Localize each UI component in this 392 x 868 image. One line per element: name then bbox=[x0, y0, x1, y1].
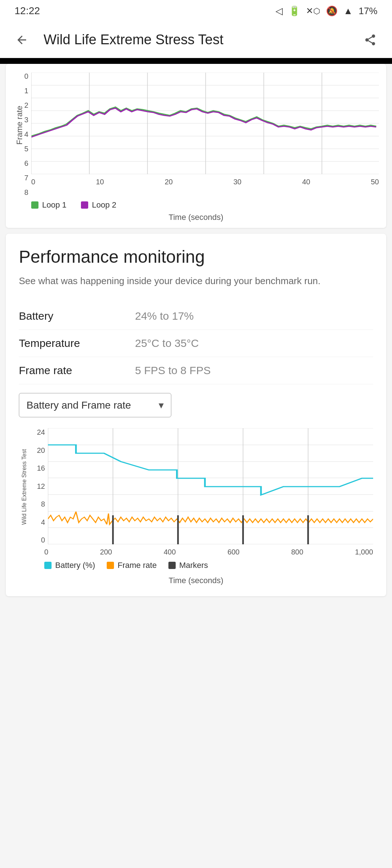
top-chart-legend: Loop 1 Loop 2 bbox=[31, 200, 379, 210]
top-chart-y-ticks: 8 7 6 5 4 3 2 1 0 bbox=[13, 73, 31, 196]
legend-framerate-dot bbox=[107, 562, 114, 569]
bottom-chart-legend: Battery (%) Frame rate Markers bbox=[44, 561, 373, 570]
bottom-chart-y-label: Wild Life Extreme Stress Test bbox=[21, 449, 28, 525]
bottom-chart-svg bbox=[48, 428, 373, 544]
legend-markers-dot bbox=[168, 562, 176, 569]
content-area: Frame rate 8 7 6 5 4 3 2 1 0 bbox=[0, 64, 392, 868]
legend-markers-label: Markers bbox=[179, 561, 208, 570]
stat-row-battery: Battery 24% to 17% bbox=[19, 303, 373, 330]
legend-loop1-label: Loop 1 bbox=[42, 200, 66, 210]
legend-loop2-label: Loop 2 bbox=[92, 200, 116, 210]
legend-battery-label: Battery (%) bbox=[55, 561, 95, 570]
bottom-chart-x-ticks: 0 200 400 600 800 1,000 bbox=[44, 546, 373, 556]
stat-row-temperature: Temperature 25°C to 35°C bbox=[19, 330, 373, 357]
status-icons: ◁ 🔋 ✕⬡ 🔕 ▲ 17% bbox=[275, 5, 377, 17]
top-chart-card: Frame rate 8 7 6 5 4 3 2 1 0 bbox=[6, 64, 386, 228]
wifi-icon: ▲ bbox=[343, 5, 353, 17]
bottom-chart-svg-container bbox=[48, 428, 373, 546]
bottom-chart-x-label: Time (seconds) bbox=[19, 576, 373, 585]
top-chart-svg-area bbox=[31, 73, 379, 176]
silent-icon: 🔕 bbox=[326, 5, 338, 17]
page-title: Wild Life Extreme Stress Test bbox=[44, 32, 348, 48]
stat-value-temperature: 25°C to 35°C bbox=[135, 337, 199, 349]
bluetooth-off-icon: ✕⬡ bbox=[306, 6, 320, 16]
chart-selector-dropdown[interactable]: Battery and Frame rate ▾ bbox=[19, 393, 171, 417]
stat-label-battery: Battery bbox=[19, 310, 135, 322]
legend-battery-dot bbox=[44, 562, 52, 569]
stat-row-framerate: Frame rate 5 FPS to 8 FPS bbox=[19, 357, 373, 384]
battery-level: 17% bbox=[359, 5, 377, 17]
chevron-down-icon: ▾ bbox=[159, 399, 164, 411]
stat-label-temperature: Temperature bbox=[19, 337, 135, 349]
stat-value-battery: 24% to 17% bbox=[135, 310, 194, 322]
app-bar: Wild Life Extreme Stress Test bbox=[0, 22, 392, 58]
legend-loop1: Loop 1 bbox=[31, 200, 66, 210]
dropdown-label: Battery and Frame rate bbox=[26, 400, 131, 411]
legend-loop2: Loop 2 bbox=[81, 200, 116, 210]
perf-description: See what was happening inside your devic… bbox=[19, 274, 373, 288]
top-chart-svg bbox=[31, 73, 379, 174]
battery-charging-icon: 🔋 bbox=[289, 5, 300, 17]
legend-framerate-bottom: Frame rate bbox=[107, 561, 157, 570]
legend-framerate-label: Frame rate bbox=[118, 561, 157, 570]
top-chart-x-ticks: 0 10 20 30 40 50 bbox=[31, 176, 379, 186]
share-button[interactable] bbox=[359, 29, 381, 51]
back-button[interactable] bbox=[11, 29, 33, 51]
stat-value-framerate: 5 FPS to 8 FPS bbox=[135, 364, 211, 377]
status-bar: 12:22 ◁ 🔋 ✕⬡ 🔕 ▲ 17% bbox=[0, 0, 392, 22]
navigation-icon: ◁ bbox=[275, 5, 283, 17]
legend-markers: Markers bbox=[168, 561, 208, 570]
performance-section: Performance monitoring See what was happ… bbox=[6, 234, 386, 596]
legend-loop1-dot bbox=[31, 201, 38, 209]
top-chart-x-label: Time (seconds) bbox=[13, 213, 379, 222]
status-time: 12:22 bbox=[15, 5, 40, 17]
bottom-chart-area: Wild Life Extreme Stress Test 0 4 8 12 1… bbox=[19, 428, 373, 585]
legend-battery-pct: Battery (%) bbox=[44, 561, 95, 570]
stat-label-framerate: Frame rate bbox=[19, 364, 135, 377]
top-chart-wrapper: Frame rate 8 7 6 5 4 3 2 1 0 bbox=[13, 73, 379, 196]
perf-title: Performance monitoring bbox=[19, 247, 373, 267]
legend-loop2-dot bbox=[81, 201, 88, 209]
